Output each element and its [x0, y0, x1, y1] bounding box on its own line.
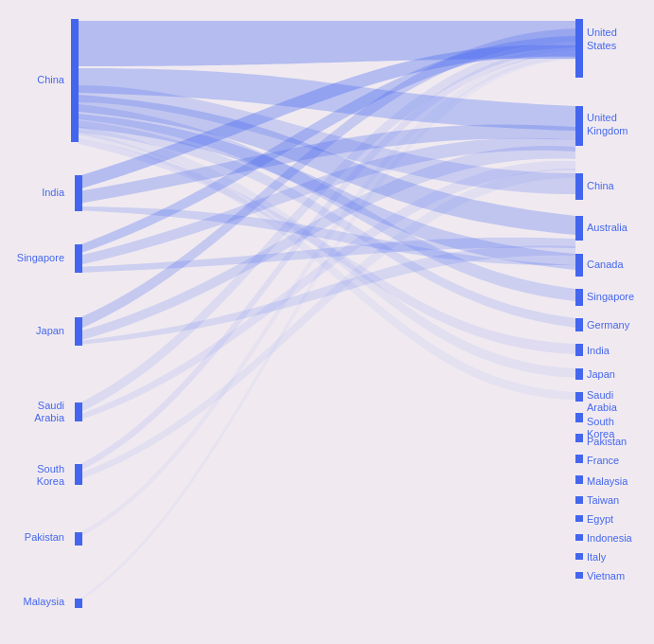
label-australia-right: Australia — [587, 222, 628, 233]
right-node-vietnam — [575, 572, 583, 579]
label-united-kingdom-right-line2: Kingdom — [587, 125, 627, 136]
label-india-left: India — [42, 187, 65, 198]
label-united-kingdom-right-line1: United — [587, 112, 617, 123]
label-pakistan-right: Pakistan — [587, 436, 627, 447]
right-node-canada — [575, 254, 583, 277]
label-india-right: India — [587, 345, 610, 356]
label-southkorea-left-line1: South — [37, 463, 64, 474]
label-saudi-right-line1: Saudi — [587, 389, 613, 401]
label-malaysia-left: Malaysia — [24, 596, 65, 607]
right-node-malaysia — [575, 475, 583, 484]
label-japan-left: Japan — [36, 325, 64, 336]
label-france-right: France — [587, 455, 619, 466]
label-taiwan-right: Taiwan — [587, 494, 619, 506]
label-germany-right: Germany — [587, 319, 630, 331]
label-vietnam-right: Vietnam — [587, 570, 625, 581]
left-node-china — [71, 19, 79, 142]
right-node-egypt — [575, 515, 583, 522]
label-southkorea-left-line2: Korea — [37, 475, 65, 487]
right-node-united-kingdom — [575, 106, 583, 146]
right-node-united-states — [575, 19, 583, 78]
label-saudi-right-line2: Arabia — [587, 402, 618, 413]
label-south-korea-right-line1: South — [587, 416, 614, 427]
label-united-states-right-line1: United — [587, 27, 617, 38]
label-italy-right: Italy — [587, 551, 607, 563]
right-node-south-korea — [575, 413, 583, 422]
label-japan-right: Japan — [587, 368, 615, 380]
right-node-china — [575, 173, 583, 200]
right-node-japan — [575, 368, 583, 380]
right-node-pakistan — [575, 434, 583, 442]
right-node-india — [575, 344, 583, 356]
label-united-states-right-line2: States — [587, 40, 617, 51]
label-saudi-left-line2: Arabia — [34, 412, 65, 423]
label-china-right: China — [587, 180, 615, 191]
label-china-left: China — [37, 74, 65, 85]
label-indonesia-right: Indonesia — [587, 532, 633, 544]
right-node-saudi-arabia — [575, 392, 583, 402]
label-canada-right: Canada — [587, 259, 624, 270]
right-node-indonesia — [575, 534, 583, 541]
right-node-australia — [575, 216, 583, 241]
label-singapore-left: Singapore — [17, 252, 64, 263]
label-singapore-right: Singapore — [587, 291, 634, 302]
right-node-germany — [575, 318, 583, 331]
label-pakistan-left: Pakistan — [25, 531, 64, 543]
right-node-italy — [575, 553, 583, 560]
label-egypt-right: Egypt — [587, 513, 613, 525]
right-node-taiwan — [575, 496, 583, 504]
right-node-france — [575, 455, 583, 463]
label-saudi-left-line1: Saudi — [38, 400, 64, 411]
label-malaysia-right: Malaysia — [587, 475, 628, 487]
right-node-singapore — [575, 289, 583, 306]
sankey-chart: China India Singapore Japan Saudi Arabia… — [0, 0, 654, 644]
